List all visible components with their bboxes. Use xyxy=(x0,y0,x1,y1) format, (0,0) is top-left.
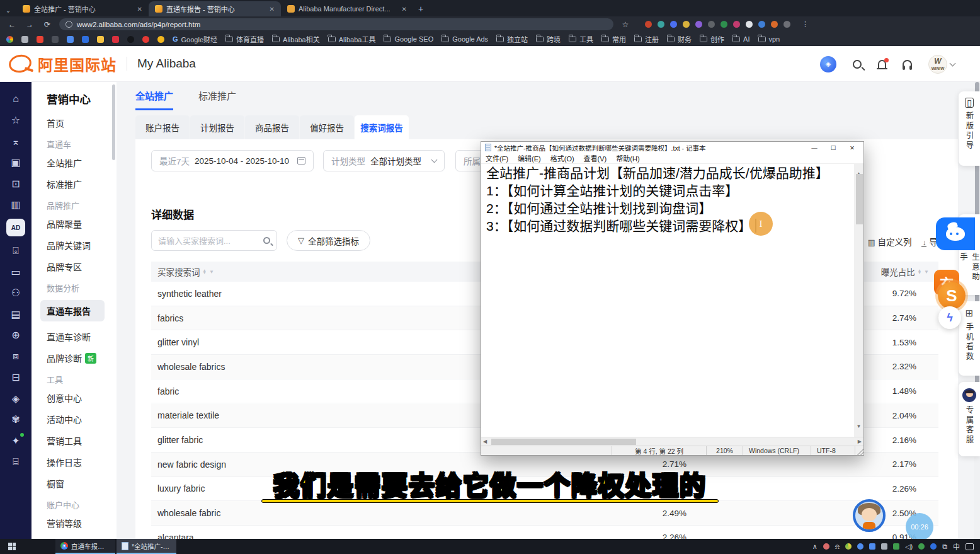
lightning-icon[interactable]: ϟ xyxy=(938,306,961,329)
skype-icon[interactable]: S xyxy=(938,282,966,309)
bookmark-folder[interactable]: Google Ads xyxy=(442,35,488,43)
favicon-icon[interactable] xyxy=(157,36,164,43)
favicon-icon[interactable] xyxy=(127,36,134,43)
bookmark-folder[interactable]: 跨境 xyxy=(536,34,561,44)
bookmark-folder[interactable]: 创作 xyxy=(700,34,724,44)
dedicated-service-widget[interactable]: 专属客服 xyxy=(959,382,980,456)
sidebar-item-creative-center[interactable]: 创意中心 xyxy=(47,391,117,404)
filter-metrics-button[interactable]: ▽ 全部筛选指标 xyxy=(287,230,370,251)
menu-view[interactable]: 查看(V) xyxy=(584,153,607,163)
star-icon[interactable]: ☆ xyxy=(8,113,23,127)
extension-icon[interactable] xyxy=(783,21,790,28)
maximize-icon[interactable]: ☐ xyxy=(824,142,842,153)
account-menu[interactable]: WWINIW xyxy=(928,55,955,74)
sidebar-item-p4p-diagnosis[interactable]: 直通车诊断 xyxy=(47,330,117,343)
close-tab-icon[interactable]: ✕ xyxy=(402,6,407,13)
coupon-icon[interactable]: ⌻ xyxy=(8,244,23,258)
favicon-icon[interactable] xyxy=(97,36,104,43)
column-buyer-search-term[interactable]: 买家搜索词 ▲▼ ▼ xyxy=(151,265,214,278)
taskbar-notepad-task[interactable]: *全站推广-推商品... xyxy=(117,539,176,554)
forward-icon[interactable]: → xyxy=(24,20,35,29)
extension-icon[interactable] xyxy=(758,21,765,28)
customize-columns-button[interactable]: ▥ 自定义列 xyxy=(868,235,912,248)
favicon-icon[interactable] xyxy=(112,36,119,43)
favicon-icon[interactable] xyxy=(82,36,89,43)
extension-icon[interactable] xyxy=(733,21,740,28)
video-icon[interactable]: ⊡ xyxy=(8,176,23,190)
orders-icon[interactable]: ▣ xyxy=(8,156,23,170)
address-bar[interactable]: www2.alibaba.com/ads/p4p/report.htm xyxy=(59,18,613,30)
bookmark-folder[interactable]: Alibaba工具 xyxy=(328,34,376,44)
alibaba-logo[interactable]: 阿里国际站 xyxy=(0,53,117,75)
contacts-icon[interactable]: ⚇ xyxy=(8,286,23,300)
shield-icon[interactable]: ◈ xyxy=(8,391,23,405)
start-button[interactable] xyxy=(0,539,24,554)
bookmark-folder[interactable]: 工具 xyxy=(569,34,593,44)
column-exposure-share[interactable]: 曝光占比 ▲▼ ▼ xyxy=(881,265,929,278)
extension-icon[interactable] xyxy=(683,21,690,28)
usb-icon[interactable] xyxy=(881,543,887,550)
sidebar-scrollbar[interactable] xyxy=(112,84,115,160)
bookmark-star-icon[interactable]: ☆ xyxy=(620,20,631,29)
database-icon[interactable]: ⊟ xyxy=(8,371,23,384)
assistant-robot-icon[interactable] xyxy=(936,217,975,250)
extension-icon[interactable] xyxy=(658,21,664,28)
tray-expand-icon[interactable]: ∧ xyxy=(812,543,818,551)
favicon-icon[interactable] xyxy=(52,36,59,43)
customer-service-avatar[interactable] xyxy=(853,499,886,532)
ime-indicator[interactable]: 中 xyxy=(953,541,960,551)
filter-funnel-icon[interactable]: ▼ xyxy=(209,269,214,275)
extension-icon[interactable] xyxy=(746,21,753,28)
extension-icon[interactable] xyxy=(670,21,677,28)
sidebar-item-brand-zone[interactable]: 品牌专区 xyxy=(47,260,117,273)
extension-icon[interactable] xyxy=(721,21,727,28)
close-tab-icon[interactable]: ✕ xyxy=(137,6,142,13)
sidebar-item-marketing-level[interactable]: 营销等级 xyxy=(47,517,117,529)
sidebar-item-marketing-tools[interactable]: 营销工具 xyxy=(47,434,117,447)
browser-tab-2-active[interactable]: 直通车报告 - 营销中心 ✕ xyxy=(149,1,281,16)
tray-icon[interactable] xyxy=(869,543,875,550)
scrollbar-thumb[interactable] xyxy=(856,174,863,224)
notepad-horizontal-scrollbar[interactable]: ◀▶ xyxy=(481,437,863,446)
favicon-icon[interactable] xyxy=(6,36,13,43)
sparkle-icon[interactable]: ✦ xyxy=(8,434,23,447)
back-icon[interactable]: ← xyxy=(6,20,18,29)
bag-icon[interactable]: ⧈ xyxy=(8,349,23,363)
tray-icon[interactable] xyxy=(845,543,852,550)
menu-edit[interactable]: 编辑(E) xyxy=(518,153,541,163)
tab-product-report[interactable]: 商品报告 xyxy=(245,115,299,139)
bookmark-folder[interactable]: Alibaba相关 xyxy=(272,34,320,44)
tab-standard[interactable]: 标准推广 xyxy=(198,89,236,110)
site-info-icon[interactable] xyxy=(66,21,72,28)
shield-check-icon[interactable] xyxy=(930,543,937,550)
browser-tab-3[interactable]: Alibaba Manufacturer Direct... ✕ xyxy=(281,1,413,16)
new-version-guide-widget[interactable]: ▯ 新版引导 xyxy=(959,91,980,166)
sidebar-item-activity-center[interactable]: 活动中心 xyxy=(47,413,117,425)
menu-format[interactable]: 格式(O) xyxy=(550,153,574,163)
extension-icon[interactable] xyxy=(771,21,778,28)
network-icon[interactable]: ⧉ xyxy=(942,543,947,551)
globe-icon[interactable]: ⊕ xyxy=(8,328,23,342)
notepad-titlebar[interactable]: *全站推广-推商品【如何通过数据判断哪些关键词需要降权】.txt - 记事本 —… xyxy=(481,142,863,153)
bookmark-folder[interactable]: AI xyxy=(732,35,749,43)
sidebar-item-brand-volume[interactable]: 品牌聚量 xyxy=(47,217,117,230)
shop-icon[interactable]: ⌅ xyxy=(8,134,23,148)
sidebar-item-p4p-report-active[interactable]: 直通车报告 xyxy=(40,300,105,321)
customer-service-icon[interactable] xyxy=(903,60,912,68)
taskbar-chrome-task[interactable]: 直通车报告 - 营销... xyxy=(55,539,115,554)
tray-icon[interactable] xyxy=(823,543,829,550)
sidebar-item-standard[interactable]: 标准推广 xyxy=(47,178,117,190)
favicon-icon[interactable] xyxy=(21,36,28,43)
notification-center-icon[interactable] xyxy=(966,543,974,550)
mobile-data-widget[interactable]: ⊞ 手机看数 xyxy=(959,301,980,376)
sidebar-item-brand-keywords[interactable]: 品牌关键词 xyxy=(47,239,117,251)
close-tab-icon[interactable]: ✕ xyxy=(270,6,275,13)
tray-icon[interactable] xyxy=(893,543,899,550)
reload-icon[interactable]: ⟳ xyxy=(42,20,53,29)
tab-search-chevron-icon[interactable]: ⌄ xyxy=(0,4,16,16)
home-icon[interactable]: ⌂ xyxy=(8,92,23,106)
menu-file[interactable]: 文件(F) xyxy=(486,153,508,163)
scrollbar-thumb[interactable] xyxy=(491,439,636,445)
resize-grip[interactable] xyxy=(855,446,863,455)
ads-icon-active[interactable]: AD xyxy=(6,219,25,236)
